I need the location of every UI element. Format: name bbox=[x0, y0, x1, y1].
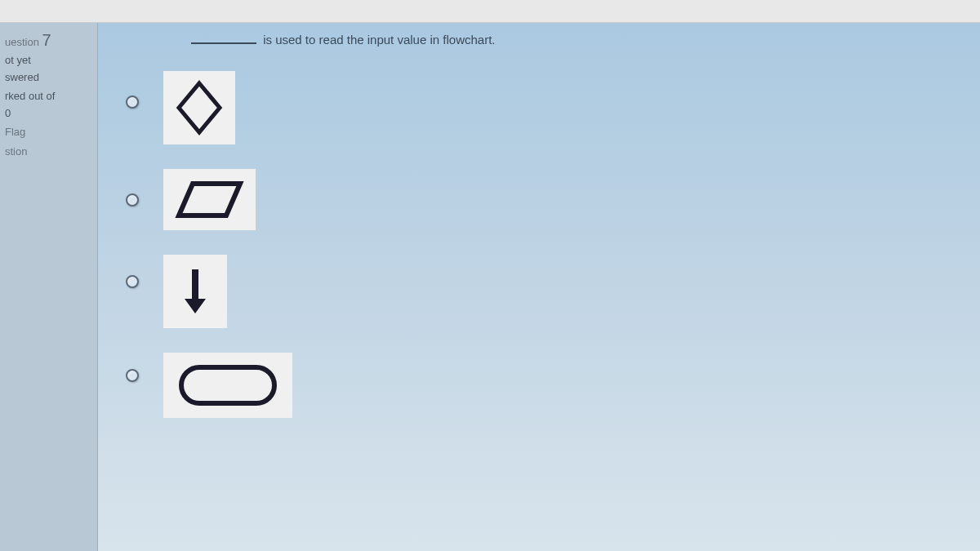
svg-marker-0 bbox=[179, 83, 220, 132]
option-b-shape-box bbox=[163, 169, 256, 230]
radio-option-b[interactable] bbox=[126, 193, 139, 207]
option-b bbox=[126, 169, 960, 230]
question-number-label: uestion 7 bbox=[5, 29, 92, 51]
flag-question-link-line1[interactable]: Flag bbox=[5, 126, 92, 140]
marked-out-of-line2: 0 bbox=[5, 107, 92, 121]
question-sidebar: uestion 7 ot yet swered rked out of 0 Fl… bbox=[0, 23, 98, 551]
parallelogram-icon bbox=[175, 177, 244, 222]
option-a bbox=[126, 71, 960, 144]
radio-option-a[interactable] bbox=[126, 96, 139, 109]
marked-out-of-line1: rked out of bbox=[5, 90, 92, 104]
content-area: uestion 7 ot yet swered rked out of 0 Fl… bbox=[0, 23, 980, 551]
main-question-panel: is used to read the input value in flowc… bbox=[98, 23, 980, 551]
option-c-shape-box bbox=[163, 255, 227, 328]
svg-rect-4 bbox=[181, 367, 274, 403]
fill-in-blank bbox=[191, 42, 256, 44]
question-text: is used to read the input value in flowc… bbox=[191, 33, 960, 47]
window-top-bar bbox=[0, 0, 980, 23]
diamond-icon bbox=[175, 79, 224, 136]
options-list bbox=[126, 71, 960, 418]
option-c bbox=[126, 255, 960, 328]
svg-marker-3 bbox=[185, 299, 206, 313]
option-a-shape-box bbox=[163, 71, 235, 144]
radio-option-c[interactable] bbox=[126, 275, 139, 288]
option-d bbox=[126, 353, 960, 418]
arrow-down-icon bbox=[175, 263, 216, 320]
answer-status-line1: ot yet bbox=[5, 54, 92, 68]
svg-marker-1 bbox=[179, 184, 240, 216]
option-d-shape-box bbox=[163, 353, 292, 418]
radio-option-d[interactable] bbox=[126, 369, 139, 382]
flag-question-link-line2[interactable]: stion bbox=[5, 145, 92, 159]
rounded-rectangle-icon bbox=[175, 361, 281, 410]
answer-status-line2: swered bbox=[5, 71, 92, 85]
